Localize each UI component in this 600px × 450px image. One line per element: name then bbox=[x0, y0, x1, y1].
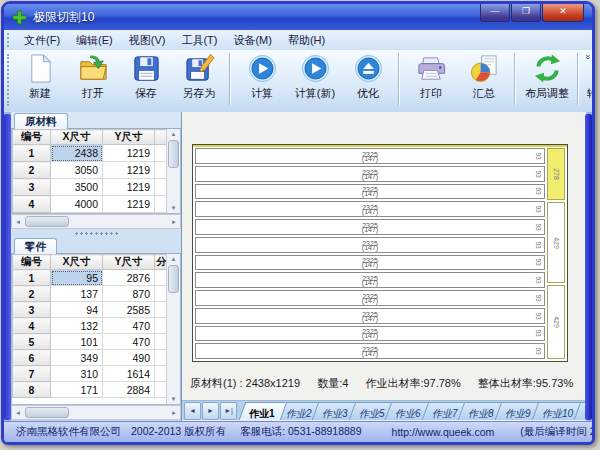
menu-item-help[interactable]: 帮助(H) bbox=[280, 31, 333, 50]
save-as-button[interactable]: 另存为 bbox=[173, 51, 225, 109]
optimize-button[interactable]: 优化 bbox=[342, 51, 394, 109]
save-button[interactable]: 保存 bbox=[120, 51, 172, 109]
cut-strip[interactable]: 2325(147)93 bbox=[195, 219, 545, 235]
hscroll-track[interactable] bbox=[24, 406, 168, 419]
remnant-piece[interactable]: 278 bbox=[547, 148, 565, 200]
row-number-cell[interactable]: 7 bbox=[13, 366, 51, 382]
hscroll-track[interactable] bbox=[24, 215, 168, 228]
summarize-button[interactable]: 汇总 bbox=[458, 51, 510, 109]
value-cell[interactable]: 1219 bbox=[103, 145, 155, 162]
row-number-cell[interactable]: 1 bbox=[13, 145, 51, 162]
title-bar[interactable]: 极限切割10 — ❐ ✕ bbox=[4, 4, 592, 30]
value-cell[interactable]: 310 bbox=[51, 366, 103, 382]
panel-splitter[interactable] bbox=[11, 229, 181, 237]
value-cell[interactable]: 4000 bbox=[51, 196, 103, 213]
menu-item-view[interactable]: 视图(V) bbox=[121, 31, 174, 50]
cut-strip[interactable]: 2325(147)93 bbox=[195, 166, 545, 182]
value-cell[interactable]: 171 bbox=[51, 382, 103, 398]
row-number-cell[interactable]: 4 bbox=[13, 318, 51, 334]
tab-scroll-right-icon[interactable]: ► bbox=[202, 402, 219, 420]
value-cell[interactable]: 2876 bbox=[103, 270, 155, 286]
contour-nc-button[interactable]: 轮廓线NC代码 bbox=[584, 51, 595, 109]
scroll-left-icon[interactable]: ◄ bbox=[12, 217, 24, 227]
calculate-new-button[interactable]: 计算(新) bbox=[289, 51, 341, 109]
hscroll-thumb[interactable] bbox=[25, 216, 69, 227]
cut-strip[interactable]: 2325(147)93 bbox=[195, 184, 545, 200]
tab-parts[interactable]: 零件 bbox=[14, 238, 57, 255]
scroll-left-icon[interactable]: ◄ bbox=[12, 408, 24, 418]
hscroll-thumb[interactable] bbox=[25, 407, 69, 418]
tab-materials[interactable]: 原材料 bbox=[14, 113, 68, 130]
scroll-down-icon[interactable]: ▼ bbox=[171, 203, 177, 213]
cut-strip[interactable]: 2325(147)93 bbox=[195, 308, 545, 324]
value-cell[interactable]: 95 bbox=[51, 270, 103, 286]
scroll-up-icon[interactable]: ▲ bbox=[171, 254, 177, 264]
cut-strip[interactable]: 2325(147)93 bbox=[195, 255, 545, 271]
cut-strip[interactable]: 2325(147)93 bbox=[195, 201, 545, 217]
value-cell[interactable]: 1219 bbox=[103, 179, 155, 196]
remnant-piece[interactable]: 429 bbox=[547, 285, 565, 359]
menu-item-device[interactable]: 设备(M) bbox=[225, 31, 280, 50]
row-number-cell[interactable]: 5 bbox=[13, 334, 51, 350]
value-cell[interactable]: 1219 bbox=[103, 196, 155, 213]
status-url[interactable]: http://www.queek.com bbox=[392, 426, 495, 438]
right-edge-strip[interactable] bbox=[585, 114, 592, 420]
scroll-right-icon[interactable]: ► bbox=[168, 217, 180, 227]
cutting-sheet[interactable]: 2325(147)932325(147)932325(147)932325(14… bbox=[192, 144, 568, 362]
print-button[interactable]: 打印 bbox=[405, 51, 457, 109]
row-number-cell[interactable]: 3 bbox=[13, 302, 51, 318]
value-cell[interactable]: 137 bbox=[51, 286, 103, 302]
value-cell[interactable]: 3500 bbox=[51, 179, 103, 196]
layout-adjust-button[interactable]: 布局调整 bbox=[521, 51, 573, 109]
scroll-up-icon[interactable]: ▲ bbox=[171, 129, 177, 139]
parts-hscrollbar[interactable]: ◄ ► bbox=[11, 405, 181, 420]
cut-strip[interactable]: 2325(147)93 bbox=[195, 237, 545, 253]
row-number-cell[interactable]: 3 bbox=[13, 179, 51, 196]
minimize-button[interactable]: — bbox=[480, 4, 510, 22]
row-number-cell[interactable]: 1 bbox=[13, 270, 51, 286]
value-cell[interactable]: 101 bbox=[51, 334, 103, 350]
value-cell[interactable]: 470 bbox=[103, 334, 155, 350]
open-button[interactable]: 打开 bbox=[67, 51, 119, 109]
close-button[interactable]: ✕ bbox=[542, 4, 584, 22]
vscroll-thumb[interactable] bbox=[168, 140, 179, 168]
cut-strip[interactable]: 2325(147)93 bbox=[195, 326, 545, 342]
value-cell[interactable]: 132 bbox=[51, 318, 103, 334]
menu-item-edit[interactable]: 编辑(E) bbox=[68, 31, 121, 50]
toolbar-drag-handle-icon[interactable] bbox=[7, 54, 9, 106]
materials-hscrollbar[interactable]: ◄ ► bbox=[11, 214, 181, 229]
menubar-drag-handle-icon[interactable] bbox=[7, 33, 12, 47]
menu-item-file[interactable]: 文件(F) bbox=[16, 31, 68, 50]
vscroll-thumb[interactable] bbox=[168, 265, 179, 293]
row-number-cell[interactable]: 8 bbox=[13, 382, 51, 398]
value-cell[interactable]: 3050 bbox=[51, 162, 103, 179]
value-cell[interactable]: 94 bbox=[51, 302, 103, 318]
tab-scroll-last-icon[interactable]: ►| bbox=[220, 402, 237, 420]
row-number-cell[interactable]: 2 bbox=[13, 162, 51, 179]
value-cell[interactable]: 870 bbox=[103, 286, 155, 302]
toolbar-overflow-icon[interactable]: » bbox=[582, 54, 592, 59]
row-number-cell[interactable]: 6 bbox=[13, 350, 51, 366]
scroll-down-icon[interactable]: ▼ bbox=[171, 394, 177, 404]
value-cell[interactable]: 1219 bbox=[103, 162, 155, 179]
cut-strip[interactable]: 2325(147)93 bbox=[195, 290, 545, 306]
job-tab-1[interactable]: 作业1 bbox=[239, 402, 287, 420]
value-cell[interactable]: 490 bbox=[103, 350, 155, 366]
table-vscrollbar[interactable]: ▲▼ bbox=[166, 254, 180, 404]
row-number-cell[interactable]: 2 bbox=[13, 286, 51, 302]
row-number-cell[interactable]: 4 bbox=[13, 196, 51, 213]
maximize-button[interactable]: ❐ bbox=[511, 4, 541, 22]
value-cell[interactable]: 2585 bbox=[103, 302, 155, 318]
remnant-piece[interactable]: 429 bbox=[547, 202, 565, 283]
menu-item-tools[interactable]: 工具(T) bbox=[173, 31, 225, 50]
value-cell[interactable]: 470 bbox=[103, 318, 155, 334]
cut-strip[interactable]: 2325(147)93 bbox=[195, 148, 545, 164]
tab-scroll-left-icon[interactable]: ◄ bbox=[184, 402, 201, 420]
value-cell[interactable]: 349 bbox=[51, 350, 103, 366]
scroll-right-icon[interactable]: ► bbox=[168, 408, 180, 418]
value-cell[interactable]: 2438 bbox=[51, 145, 103, 162]
cut-strip[interactable]: 2325(147)93 bbox=[195, 343, 545, 359]
table-vscrollbar[interactable]: ▲▼ bbox=[166, 129, 180, 213]
cut-strip[interactable]: 2325(147)93 bbox=[195, 272, 545, 288]
value-cell[interactable]: 1614 bbox=[103, 366, 155, 382]
